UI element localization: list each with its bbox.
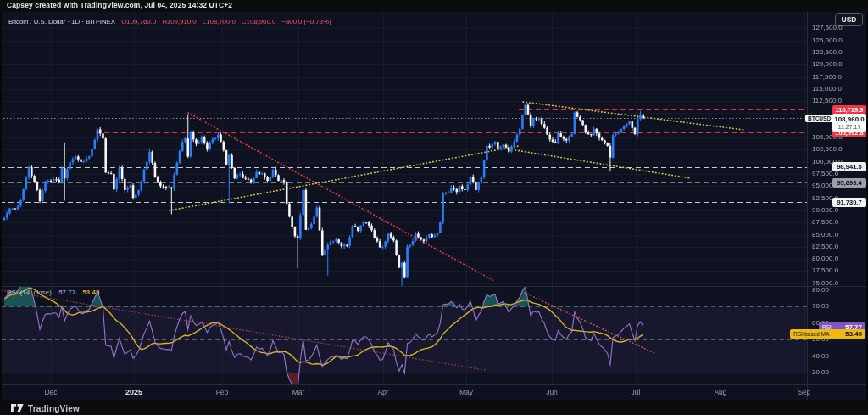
price-axis-label: 117,500.0	[812, 73, 842, 81]
rsi-axis-label: 80.00	[812, 286, 829, 294]
time-axis-label: Apr	[377, 388, 388, 396]
time-axis-label: Feb	[216, 388, 229, 396]
symbol-title: Bitcoin / U.S. Dollar · 1D · BITFINEX	[8, 18, 115, 25]
price-axis-label: 77,500.0	[812, 266, 838, 275]
price-axis-label: 87,500.0	[812, 218, 838, 227]
symbol-axis-label: BTCUSD	[805, 115, 833, 122]
symbol-legend[interactable]: Bitcoin / U.S. Dollar · 1D · BITFINEX O1…	[8, 18, 331, 25]
tradingview-logo-icon	[11, 403, 24, 413]
rsi-axis-label: 40.00	[812, 352, 829, 361]
time-axis-label: 2025	[125, 388, 142, 396]
price-axis-label: 115,000.0	[812, 85, 842, 93]
price-badge-level-1: 98,941.5	[832, 162, 866, 171]
footer-brand[interactable]: TradingView	[11, 403, 80, 413]
rsi-indicator-legend[interactable]: RSI (14, close) 57.77 53.49	[7, 289, 99, 296]
time-axis-label: Sep	[798, 388, 810, 396]
price-axis-label: 85,000.0	[812, 231, 838, 239]
time-axis-label: Jul	[632, 388, 641, 396]
price-axis-label: 122,500.0	[812, 48, 843, 57]
time-axis-label: Dec	[44, 388, 57, 396]
price-axis-label: 102,500.0	[812, 145, 843, 154]
time-axis-label: Aug	[714, 388, 726, 396]
price-axis-label: 127,500.0	[812, 24, 843, 32]
rsi-ma-badge: RSI-based MA53.49	[790, 329, 865, 339]
footer-brand-label: TradingView	[28, 404, 80, 413]
rsi-axis-label: 70.00	[812, 302, 829, 311]
tradingview-window: { "header": { "attribution": "Capsey cre…	[0, 0, 868, 415]
bar-countdown: 11:27:17	[838, 124, 861, 131]
price-badge-level-2: 95,693.4	[832, 178, 866, 188]
ohlc-open: O109,760.0	[121, 18, 156, 25]
price-axis-label: 125,000.0	[812, 36, 843, 45]
overlay-layer: Capsey created with TradingView.com, Jul…	[0, 0, 868, 415]
last-price-value: 108,960.0	[834, 115, 865, 124]
attribution-text: Capsey created with TradingView.com, Jul…	[7, 1, 232, 9]
rsi-axis-label: 30.00	[812, 368, 829, 377]
ohlc-low: L108,700.0	[203, 18, 236, 25]
price-axis-label: 82,500.0	[812, 243, 838, 251]
price-axis-label: 90,000.0	[812, 206, 838, 215]
price-axis-label: 80,000.0	[812, 255, 838, 263]
time-axis-label: Mar	[292, 388, 305, 396]
price-badge-level-3: 91,730.7	[832, 198, 866, 207]
last-price-badge: 108,960.011:27:17	[832, 114, 866, 132]
price-axis-label: 112,500.0	[812, 97, 842, 105]
time-axis-label: May	[459, 388, 473, 396]
price-change: −800.0 (−0.73%)	[281, 18, 331, 25]
ohlc-high: H109,910.0	[162, 18, 196, 25]
time-axis-label: Jun	[546, 388, 558, 396]
rsi-ma-legend-value: 53.49	[82, 289, 99, 296]
rsi-legend-value: 57.77	[58, 289, 75, 296]
ohlc-close: C108,960.0	[242, 18, 275, 25]
rsi-legend-name: RSI (14, close)	[7, 289, 52, 296]
price-axis-label: 120,000.0	[812, 60, 843, 69]
